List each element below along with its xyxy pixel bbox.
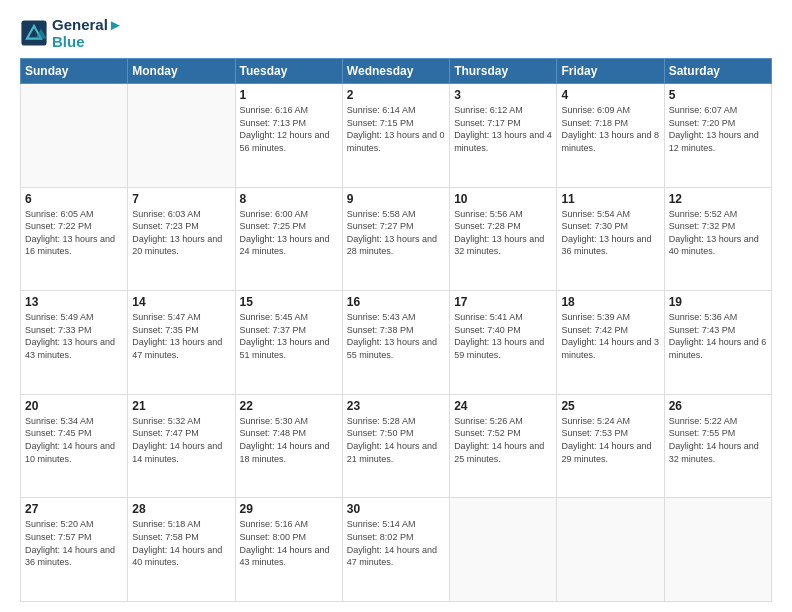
cell-info-text: Sunrise: 6:05 AMSunset: 7:22 PMDaylight:…	[25, 208, 123, 258]
calendar-cell: 16Sunrise: 5:43 AMSunset: 7:38 PMDayligh…	[342, 291, 449, 395]
logo-text: General► Blue	[52, 16, 123, 50]
calendar-cell: 28Sunrise: 5:18 AMSunset: 7:58 PMDayligh…	[128, 498, 235, 602]
cell-date-number: 11	[561, 192, 659, 206]
calendar-cell: 3Sunrise: 6:12 AMSunset: 7:17 PMDaylight…	[450, 84, 557, 188]
calendar-cell: 18Sunrise: 5:39 AMSunset: 7:42 PMDayligh…	[557, 291, 664, 395]
cell-info-text: Sunrise: 5:28 AMSunset: 7:50 PMDaylight:…	[347, 415, 445, 465]
cell-info-text: Sunrise: 5:16 AMSunset: 8:00 PMDaylight:…	[240, 518, 338, 568]
cell-date-number: 28	[132, 502, 230, 516]
calendar-cell: 10Sunrise: 5:56 AMSunset: 7:28 PMDayligh…	[450, 187, 557, 291]
calendar-cell: 15Sunrise: 5:45 AMSunset: 7:37 PMDayligh…	[235, 291, 342, 395]
calendar-cell: 25Sunrise: 5:24 AMSunset: 7:53 PMDayligh…	[557, 394, 664, 498]
calendar-cell: 23Sunrise: 5:28 AMSunset: 7:50 PMDayligh…	[342, 394, 449, 498]
cell-date-number: 6	[25, 192, 123, 206]
cell-date-number: 19	[669, 295, 767, 309]
cell-date-number: 16	[347, 295, 445, 309]
calendar-cell: 24Sunrise: 5:26 AMSunset: 7:52 PMDayligh…	[450, 394, 557, 498]
cell-date-number: 21	[132, 399, 230, 413]
cell-date-number: 26	[669, 399, 767, 413]
cell-info-text: Sunrise: 6:14 AMSunset: 7:15 PMDaylight:…	[347, 104, 445, 154]
calendar-cell: 11Sunrise: 5:54 AMSunset: 7:30 PMDayligh…	[557, 187, 664, 291]
cell-info-text: Sunrise: 6:03 AMSunset: 7:23 PMDaylight:…	[132, 208, 230, 258]
calendar-cell: 30Sunrise: 5:14 AMSunset: 8:02 PMDayligh…	[342, 498, 449, 602]
calendar-week-row: 20Sunrise: 5:34 AMSunset: 7:45 PMDayligh…	[21, 394, 772, 498]
calendar-cell: 20Sunrise: 5:34 AMSunset: 7:45 PMDayligh…	[21, 394, 128, 498]
calendar-cell: 14Sunrise: 5:47 AMSunset: 7:35 PMDayligh…	[128, 291, 235, 395]
cell-info-text: Sunrise: 5:54 AMSunset: 7:30 PMDaylight:…	[561, 208, 659, 258]
cell-date-number: 12	[669, 192, 767, 206]
cell-info-text: Sunrise: 5:49 AMSunset: 7:33 PMDaylight:…	[25, 311, 123, 361]
weekday-header: Saturday	[664, 59, 771, 84]
cell-info-text: Sunrise: 5:34 AMSunset: 7:45 PMDaylight:…	[25, 415, 123, 465]
calendar-cell: 2Sunrise: 6:14 AMSunset: 7:15 PMDaylight…	[342, 84, 449, 188]
calendar-cell: 1Sunrise: 6:16 AMSunset: 7:13 PMDaylight…	[235, 84, 342, 188]
cell-date-number: 20	[25, 399, 123, 413]
weekday-header: Wednesday	[342, 59, 449, 84]
cell-date-number: 27	[25, 502, 123, 516]
cell-info-text: Sunrise: 6:00 AMSunset: 7:25 PMDaylight:…	[240, 208, 338, 258]
calendar-cell	[21, 84, 128, 188]
cell-date-number: 18	[561, 295, 659, 309]
cell-date-number: 17	[454, 295, 552, 309]
calendar-cell: 29Sunrise: 5:16 AMSunset: 8:00 PMDayligh…	[235, 498, 342, 602]
weekday-header: Thursday	[450, 59, 557, 84]
calendar-cell	[128, 84, 235, 188]
calendar-week-row: 13Sunrise: 5:49 AMSunset: 7:33 PMDayligh…	[21, 291, 772, 395]
cell-date-number: 30	[347, 502, 445, 516]
cell-info-text: Sunrise: 5:39 AMSunset: 7:42 PMDaylight:…	[561, 311, 659, 361]
calendar-cell: 8Sunrise: 6:00 AMSunset: 7:25 PMDaylight…	[235, 187, 342, 291]
calendar-cell	[664, 498, 771, 602]
cell-date-number: 15	[240, 295, 338, 309]
cell-info-text: Sunrise: 5:36 AMSunset: 7:43 PMDaylight:…	[669, 311, 767, 361]
cell-info-text: Sunrise: 5:58 AMSunset: 7:27 PMDaylight:…	[347, 208, 445, 258]
calendar-cell: 26Sunrise: 5:22 AMSunset: 7:55 PMDayligh…	[664, 394, 771, 498]
cell-info-text: Sunrise: 5:56 AMSunset: 7:28 PMDaylight:…	[454, 208, 552, 258]
cell-date-number: 8	[240, 192, 338, 206]
calendar-week-row: 1Sunrise: 6:16 AMSunset: 7:13 PMDaylight…	[21, 84, 772, 188]
calendar-table: SundayMondayTuesdayWednesdayThursdayFrid…	[20, 58, 772, 602]
calendar-cell	[557, 498, 664, 602]
cell-date-number: 5	[669, 88, 767, 102]
weekday-header: Tuesday	[235, 59, 342, 84]
header: General► Blue	[20, 16, 772, 50]
cell-date-number: 4	[561, 88, 659, 102]
cell-date-number: 10	[454, 192, 552, 206]
calendar-cell: 22Sunrise: 5:30 AMSunset: 7:48 PMDayligh…	[235, 394, 342, 498]
calendar-cell: 5Sunrise: 6:07 AMSunset: 7:20 PMDaylight…	[664, 84, 771, 188]
calendar-cell: 27Sunrise: 5:20 AMSunset: 7:57 PMDayligh…	[21, 498, 128, 602]
cell-info-text: Sunrise: 5:14 AMSunset: 8:02 PMDaylight:…	[347, 518, 445, 568]
weekday-header: Friday	[557, 59, 664, 84]
cell-info-text: Sunrise: 6:16 AMSunset: 7:13 PMDaylight:…	[240, 104, 338, 154]
logo-icon	[20, 19, 48, 47]
calendar-cell	[450, 498, 557, 602]
cell-info-text: Sunrise: 5:41 AMSunset: 7:40 PMDaylight:…	[454, 311, 552, 361]
cell-info-text: Sunrise: 5:45 AMSunset: 7:37 PMDaylight:…	[240, 311, 338, 361]
cell-info-text: Sunrise: 5:18 AMSunset: 7:58 PMDaylight:…	[132, 518, 230, 568]
cell-date-number: 3	[454, 88, 552, 102]
cell-info-text: Sunrise: 5:32 AMSunset: 7:47 PMDaylight:…	[132, 415, 230, 465]
weekday-header: Monday	[128, 59, 235, 84]
cell-info-text: Sunrise: 6:09 AMSunset: 7:18 PMDaylight:…	[561, 104, 659, 154]
weekday-header: Sunday	[21, 59, 128, 84]
calendar-cell: 6Sunrise: 6:05 AMSunset: 7:22 PMDaylight…	[21, 187, 128, 291]
cell-date-number: 14	[132, 295, 230, 309]
cell-info-text: Sunrise: 5:22 AMSunset: 7:55 PMDaylight:…	[669, 415, 767, 465]
cell-info-text: Sunrise: 6:07 AMSunset: 7:20 PMDaylight:…	[669, 104, 767, 154]
calendar-body: 1Sunrise: 6:16 AMSunset: 7:13 PMDaylight…	[21, 84, 772, 602]
cell-info-text: Sunrise: 5:43 AMSunset: 7:38 PMDaylight:…	[347, 311, 445, 361]
cell-date-number: 23	[347, 399, 445, 413]
cell-info-text: Sunrise: 5:30 AMSunset: 7:48 PMDaylight:…	[240, 415, 338, 465]
calendar-week-row: 6Sunrise: 6:05 AMSunset: 7:22 PMDaylight…	[21, 187, 772, 291]
cell-info-text: Sunrise: 5:26 AMSunset: 7:52 PMDaylight:…	[454, 415, 552, 465]
calendar-cell: 4Sunrise: 6:09 AMSunset: 7:18 PMDaylight…	[557, 84, 664, 188]
cell-date-number: 2	[347, 88, 445, 102]
calendar-cell: 12Sunrise: 5:52 AMSunset: 7:32 PMDayligh…	[664, 187, 771, 291]
calendar-cell: 13Sunrise: 5:49 AMSunset: 7:33 PMDayligh…	[21, 291, 128, 395]
calendar-cell: 19Sunrise: 5:36 AMSunset: 7:43 PMDayligh…	[664, 291, 771, 395]
calendar-cell: 21Sunrise: 5:32 AMSunset: 7:47 PMDayligh…	[128, 394, 235, 498]
cell-date-number: 13	[25, 295, 123, 309]
cell-date-number: 24	[454, 399, 552, 413]
cell-date-number: 9	[347, 192, 445, 206]
cell-info-text: Sunrise: 5:20 AMSunset: 7:57 PMDaylight:…	[25, 518, 123, 568]
cell-date-number: 29	[240, 502, 338, 516]
